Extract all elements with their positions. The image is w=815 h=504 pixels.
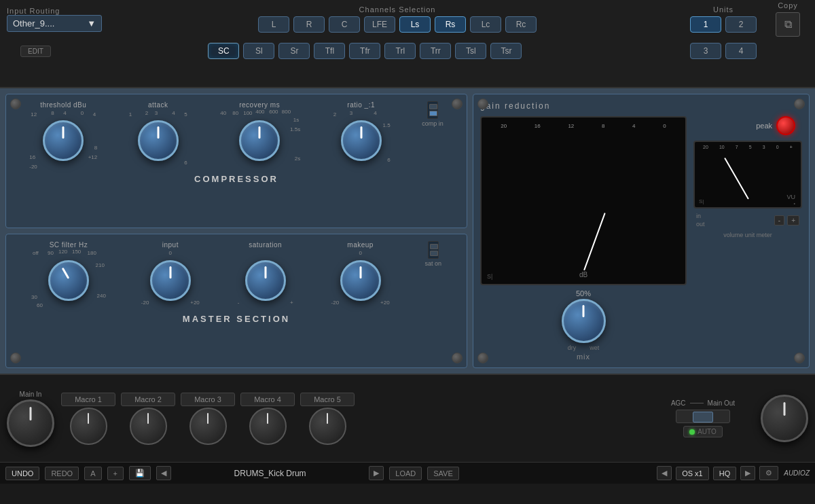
vu-4: 4 bbox=[632, 123, 635, 129]
sat-plus: + bbox=[290, 300, 293, 306]
next-track-button[interactable]: ▶ bbox=[369, 466, 384, 480]
makeup-knob[interactable] bbox=[340, 260, 381, 301]
saturation-knob[interactable] bbox=[245, 260, 286, 301]
input-knob[interactable] bbox=[150, 260, 191, 301]
channel-btn-lc[interactable]: Lc bbox=[470, 16, 501, 33]
thr-scale-tl: 12 bbox=[31, 111, 37, 118]
save-button[interactable]: SAVE bbox=[427, 467, 459, 480]
channel-btn-r[interactable]: R bbox=[293, 16, 325, 33]
input-group: input 0 -20 +20 bbox=[140, 241, 201, 311]
channel-btn-trl[interactable]: Trl bbox=[384, 43, 416, 59]
rec-scale-2s: 2s bbox=[295, 156, 300, 162]
unit-btn-3[interactable]: 3 bbox=[690, 43, 721, 59]
recovery-knob-area: 40 80 100 400 600 800 1s 1.5s 2s bbox=[219, 110, 300, 171]
auto-button[interactable]: AUTO bbox=[683, 426, 723, 437]
sc-filter-label: SC filter Hz bbox=[50, 241, 88, 249]
screw-tr bbox=[452, 98, 463, 109]
attack-knob[interactable] bbox=[138, 120, 179, 161]
vu-s-7: 7 bbox=[736, 145, 738, 149]
macro-btn-2[interactable]: Macro 2 bbox=[121, 393, 175, 406]
rat-scale-6: 6 bbox=[387, 157, 390, 163]
save-icon-button[interactable]: 💾 bbox=[129, 466, 151, 480]
channel-btn-tsr[interactable]: Tsr bbox=[490, 43, 522, 59]
macro-btn-1[interactable]: Macro 1 bbox=[61, 393, 115, 406]
macro-knob-3[interactable] bbox=[189, 408, 227, 445]
macro-knob-2[interactable] bbox=[130, 408, 167, 445]
macro-group-2: Macro 2 bbox=[121, 393, 175, 445]
macro-btn-4[interactable]: Macro 4 bbox=[240, 393, 295, 406]
channel-btn-sr[interactable]: Sr bbox=[278, 43, 310, 59]
out-plus-btn[interactable]: + bbox=[787, 215, 799, 226]
sat-on-toggle[interactable] bbox=[428, 241, 439, 259]
macro-btn-3[interactable]: Macro 3 bbox=[181, 393, 235, 406]
master-title: MASTER SECTION bbox=[17, 314, 456, 324]
settings-button[interactable]: ⚙ bbox=[759, 466, 778, 480]
threshold-knob[interactable] bbox=[43, 120, 84, 161]
agc-slider[interactable] bbox=[676, 410, 730, 423]
status-bar: UNDO REDO A + 💾 ◀ DRUMS_Kick Drum ▶ LOAD… bbox=[0, 462, 815, 484]
channel-btn-trr[interactable]: Trr bbox=[420, 43, 451, 59]
saturation-group: saturation - + bbox=[235, 241, 296, 311]
ratio-knob[interactable] bbox=[341, 120, 382, 161]
rat-scale-3: 3 bbox=[350, 110, 352, 116]
macro-knob-5[interactable] bbox=[309, 408, 346, 445]
add-button[interactable]: + bbox=[107, 467, 124, 480]
unit-btn-2[interactable]: 2 bbox=[725, 16, 757, 33]
in-out-area: in out - + bbox=[693, 211, 802, 229]
units-row-bottom: 34 bbox=[690, 43, 757, 59]
prev-track-button[interactable]: ◀ bbox=[156, 466, 171, 480]
unit-btn-4[interactable]: 4 bbox=[725, 43, 757, 59]
channel-btn-rs[interactable]: Rs bbox=[435, 16, 466, 33]
main-out-knob[interactable] bbox=[761, 395, 808, 442]
screw-tl bbox=[10, 98, 21, 109]
channel-btn-tsl[interactable]: Tsl bbox=[455, 43, 486, 59]
hq-button[interactable]: HQ bbox=[713, 467, 737, 480]
channel-btn-c[interactable]: C bbox=[329, 16, 360, 33]
volume-unit-meter-label: volume unit meter bbox=[693, 232, 802, 238]
load-button[interactable]: LOAD bbox=[389, 467, 422, 480]
comp-in-toggle-area: comp in bbox=[422, 101, 443, 128]
channel-btn-rc[interactable]: Rc bbox=[505, 16, 537, 33]
macro-knob-1[interactable] bbox=[70, 408, 107, 445]
redo-button[interactable]: REDO bbox=[45, 467, 79, 480]
recovery-knob[interactable] bbox=[239, 120, 280, 161]
mix-knob[interactable] bbox=[562, 299, 606, 343]
macro-btn-5[interactable]: Macro 5 bbox=[300, 393, 355, 406]
undo-button[interactable]: UNDO bbox=[5, 467, 39, 480]
main-in-knob[interactable] bbox=[7, 399, 54, 447]
thr-scale-b: -20 bbox=[29, 164, 37, 170]
screw-gr-tl bbox=[477, 98, 488, 109]
sat-knob-area: - + bbox=[235, 250, 296, 311]
input-0: 0 bbox=[169, 250, 172, 256]
channel-btn-ls[interactable]: Ls bbox=[399, 16, 431, 33]
input-routing-dropdown[interactable]: Other_9.... ▼ bbox=[7, 15, 102, 32]
channel-btn-tfr[interactable]: Tfr bbox=[349, 43, 380, 59]
sc-60: 60 bbox=[37, 302, 43, 308]
unit-btn-1[interactable]: 1 bbox=[690, 16, 721, 33]
peak-led[interactable] bbox=[776, 116, 795, 135]
channel-btn-tfl[interactable]: Tfl bbox=[314, 43, 345, 59]
channel-btn-l[interactable]: L bbox=[258, 16, 289, 33]
channel-btn-sl[interactable]: Sl bbox=[243, 43, 274, 59]
gain-reduction-label: gain reduction bbox=[480, 101, 802, 111]
copy-button[interactable]: ⧉ bbox=[776, 12, 800, 37]
vu-0: 0 bbox=[663, 123, 666, 129]
preset-button[interactable]: A bbox=[84, 467, 101, 480]
scroll-right[interactable]: ▶ bbox=[740, 466, 755, 480]
sc-filter-knob[interactable] bbox=[48, 260, 89, 301]
rec-scale-100: 100 bbox=[243, 110, 252, 116]
out-minus-btn[interactable]: - bbox=[774, 215, 784, 226]
os-button[interactable]: OS x1 bbox=[676, 467, 709, 480]
attack-group: attack 1 2 3 4 5 6 bbox=[128, 101, 189, 171]
thr-scale-br2: +12 bbox=[88, 154, 98, 160]
edit-button[interactable]: EDIT bbox=[20, 46, 51, 57]
macro-knob-4[interactable] bbox=[249, 408, 287, 445]
scroll-left[interactable]: ◀ bbox=[657, 466, 672, 480]
channel-btn-sc[interactable]: SC bbox=[208, 43, 239, 59]
makeup-neg20: -20 bbox=[331, 300, 340, 306]
thr-scale-bl: 16 bbox=[29, 154, 35, 160]
comp-in-toggle[interactable] bbox=[427, 101, 438, 119]
channel-btn-lfe[interactable]: LFE bbox=[364, 16, 395, 33]
sc-90: 90 bbox=[48, 250, 54, 256]
main-in-group: Main In bbox=[7, 391, 54, 447]
